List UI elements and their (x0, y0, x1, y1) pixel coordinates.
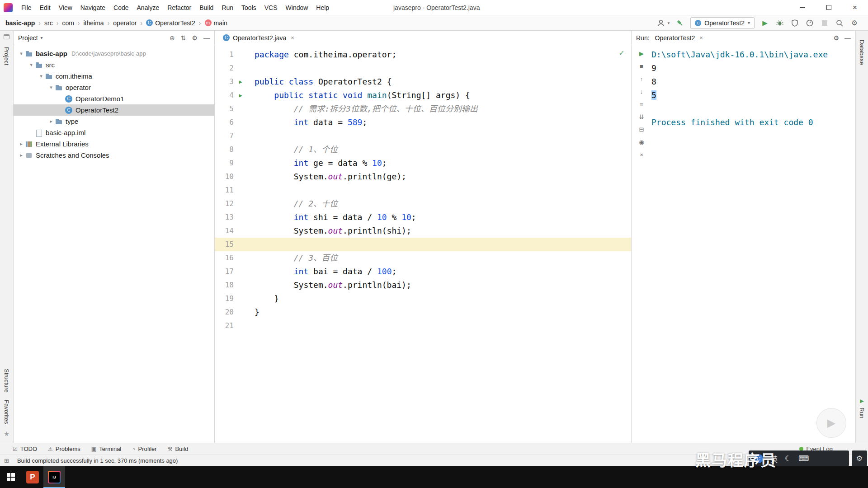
chevron-down-icon[interactable]: ▾ (27, 62, 35, 68)
code-line-5[interactable]: 5 // 需求:拆分3位数,把个位、十位、百位分别输出 (215, 102, 631, 116)
settings-gear-icon[interactable]: ⚙ (850, 19, 859, 28)
menu-analyze[interactable]: Analyze (133, 0, 164, 15)
tree-item-operatordemo1[interactable]: COperatorDemo1 (14, 93, 214, 104)
code-line-4[interactable]: 4▶ public static void main(String[] args… (215, 89, 631, 102)
print-icon[interactable]: ⊟ (637, 125, 646, 134)
close-button[interactable]: × (842, 0, 868, 15)
tree-item-basic-app-iml[interactable]: basic-app.iml (14, 127, 214, 138)
toolwindow-build[interactable]: ⚒Build (168, 446, 189, 452)
run-configuration-select[interactable]: C OperatorTest2 ▾ (690, 17, 755, 29)
menu-view[interactable]: View (55, 0, 76, 15)
code-line-13[interactable]: 13 int shi = data / 10 % 10; (215, 211, 631, 224)
chevron-right-icon[interactable]: ▸ (17, 152, 25, 158)
tool-stripe-run[interactable]: ▶ Run (859, 398, 865, 422)
breadcrumb-main[interactable]: mmain (205, 19, 227, 27)
taskbar-powerpoint-button[interactable]: P (22, 466, 43, 488)
code-line-16[interactable]: 16 // 3、百位 (215, 251, 631, 265)
breadcrumb-com[interactable]: com (62, 19, 74, 27)
chevron-down-icon[interactable]: ▾ (17, 51, 25, 56)
project-panel-title[interactable]: Project (18, 34, 38, 42)
code-line-7[interactable]: 7 (215, 129, 631, 143)
toolwindow-switcher-icon[interactable]: ⊞ (4, 457, 9, 464)
locate-icon[interactable]: ⊕ (170, 34, 175, 42)
maximize-button[interactable] (816, 0, 842, 15)
breadcrumb-itheima[interactable]: itheima (84, 19, 104, 27)
expand-collapse-icon[interactable]: ⇅ (181, 34, 186, 42)
menu-help[interactable]: Help (312, 0, 333, 15)
tree-item-external-libraries[interactable]: ▸External Libraries (14, 138, 214, 150)
search-everywhere-button[interactable] (835, 19, 844, 28)
menu-window[interactable]: Window (282, 0, 312, 15)
run-button[interactable]: ▶ (760, 19, 769, 28)
code-line-18[interactable]: 18 System.out.println(bai); (215, 278, 631, 292)
code-line-10[interactable]: 10 System.out.println(ge); (215, 170, 631, 183)
coverage-button[interactable] (790, 19, 799, 28)
code-line-2[interactable]: 2 (215, 61, 631, 75)
code-line-6[interactable]: 6 int data = 589; (215, 116, 631, 129)
menu-code[interactable]: Code (109, 0, 132, 15)
code-line-12[interactable]: 12 // 2、十位 (215, 197, 631, 211)
menu-file[interactable]: File (17, 0, 36, 15)
tool-stripe-structure[interactable]: Structure (3, 369, 10, 393)
tree-item-basic-app[interactable]: ▾basic-appD:\code\javasepro\basic-app (14, 48, 214, 59)
editor-tab-operatortest2[interactable]: C OperatorTest2.java × (219, 31, 298, 45)
tree-item-operatortest2[interactable]: COperatorTest2 (14, 104, 214, 116)
start-button[interactable] (0, 466, 22, 488)
tree-item-scratches-and-consoles[interactable]: ▸Scratches and Consoles (14, 150, 214, 161)
code-line-1[interactable]: 1package com.itheima.operator; (215, 48, 631, 61)
profiler-button[interactable] (805, 19, 814, 28)
user-avatar-icon[interactable] (656, 19, 665, 28)
run-tab-operatortest2[interactable]: OperatorTest2 × (655, 34, 703, 42)
menu-navigate[interactable]: Navigate (76, 0, 109, 15)
chevron-right-icon[interactable]: ▸ (47, 118, 55, 124)
keyboard-icon[interactable]: ⌨ (798, 454, 809, 463)
code-line-8[interactable]: 8 // 1、个位 (215, 143, 631, 156)
tool-stripe-project[interactable]: Project (3, 47, 10, 65)
run-gutter-icon[interactable]: ▶ (234, 75, 247, 89)
menu-tools[interactable]: Tools (237, 0, 260, 15)
down-stack-trace-icon[interactable]: ↓ (637, 87, 646, 96)
code-line-17[interactable]: 17 int bai = data / 100; (215, 265, 631, 278)
tree-item-operator[interactable]: ▾operator (14, 82, 214, 93)
minimize-button[interactable] (789, 0, 816, 15)
tree-item-src[interactable]: ▾src (14, 59, 214, 70)
tab-close-icon[interactable]: × (291, 34, 294, 41)
run-console[interactable]: D:\soft\Java\jdk-16.0.1\bin\java.exe985P… (651, 45, 855, 443)
settings-icon[interactable]: ⚙ (192, 34, 198, 42)
editor-body[interactable]: 1package com.itheima.operator;23▶public … (215, 45, 631, 443)
build-hammer-icon[interactable] (675, 19, 684, 28)
code-line-21[interactable]: 21 (215, 319, 631, 333)
debug-button[interactable] (775, 19, 784, 28)
tree-item-type[interactable]: ▸type (14, 116, 214, 127)
code-line-11[interactable]: 11 (215, 183, 631, 197)
settings-icon[interactable]: ⚙ (833, 34, 839, 42)
menu-edit[interactable]: Edit (36, 0, 55, 15)
hide-icon[interactable]: — (203, 34, 210, 42)
toolwindow-todo[interactable]: ☑TODO (13, 446, 37, 452)
moon-icon[interactable]: ☾ (785, 454, 791, 463)
breadcrumb-operator[interactable]: operator (113, 19, 137, 27)
tree-item-com-itheima[interactable]: ▾com.itheima (14, 70, 214, 82)
tool-stripe-database[interactable]: Database (859, 40, 865, 65)
tool-stripe-favorites[interactable]: Favorites (3, 400, 10, 424)
chevron-down-icon[interactable]: ▾ (41, 35, 43, 40)
stop-icon[interactable]: ■ (637, 61, 646, 70)
code-line-19[interactable]: 19 } (215, 292, 631, 305)
code-line-20[interactable]: 20} (215, 305, 631, 319)
code-line-9[interactable]: 9 int ge = data % 10; (215, 156, 631, 170)
code-line-3[interactable]: 3▶public class OperatorTest2 { (215, 75, 631, 89)
taskbar-intellij-button[interactable]: IJ (43, 466, 65, 488)
stop-button[interactable] (820, 19, 829, 28)
breadcrumb-operatortest2[interactable]: COperatorTest2 (146, 19, 195, 27)
chevron-down-icon[interactable]: ▾ (47, 84, 55, 90)
code-line-14[interactable]: 14 System.out.println(shi); (215, 224, 631, 238)
breadcrumb-basic-app[interactable]: basic-app (5, 19, 35, 27)
pin-icon[interactable]: ◉ (637, 137, 646, 146)
up-stack-trace-icon[interactable]: ↑ (637, 74, 646, 83)
tab-close-icon[interactable]: × (699, 34, 703, 41)
toolwindow-terminal[interactable]: ▣Terminal (91, 446, 121, 452)
clear-all-icon[interactable]: × (637, 150, 646, 159)
chevron-right-icon[interactable]: ▸ (17, 141, 25, 147)
run-gutter-icon[interactable]: ▶ (234, 89, 247, 102)
menu-build[interactable]: Build (195, 0, 217, 15)
